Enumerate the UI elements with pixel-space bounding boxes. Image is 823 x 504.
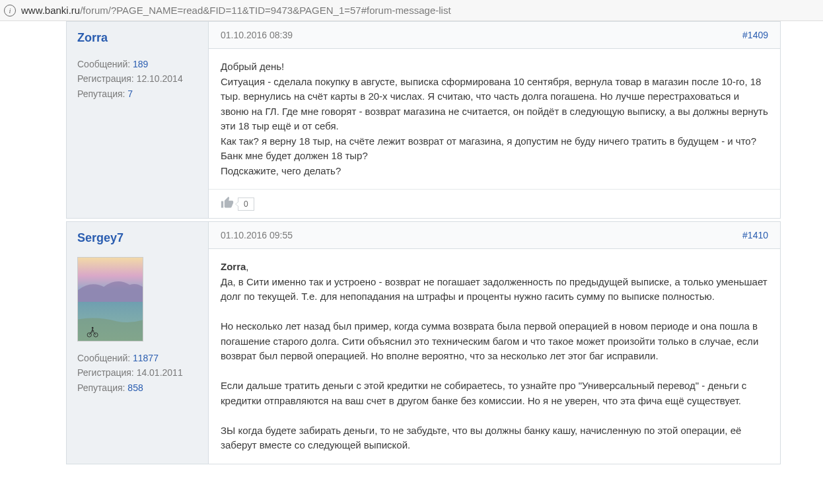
forum-post: Sergey7Сообщений: 11877Регистрация: 14.0… — [66, 221, 781, 464]
post-header: 01.10.2016 09:55#1410 — [209, 222, 780, 249]
post-main: 01.10.2016 08:39#1409Добрый день!Ситуаци… — [209, 22, 780, 218]
reputation-value[interactable]: 7 — [127, 89, 133, 99]
stat-registration: Регистрация: 12.10.2014 — [77, 71, 197, 86]
post-main: 01.10.2016 09:55#1410Zorra,Да, в Сити им… — [209, 222, 780, 464]
info-icon[interactable]: i — [4, 5, 16, 17]
url-path: /forum/?PAGE_NAME=read&FID=11&TID=9473&P… — [80, 5, 450, 16]
stat-reputation: Репутация: 858 — [77, 380, 197, 395]
url-display[interactable]: www.banki.ru/forum/?PAGE_NAME=read&FID=1… — [21, 5, 451, 16]
post-sidebar: ZorraСообщений: 189Регистрация: 12.10.20… — [67, 22, 209, 218]
like-count: 0 — [238, 198, 254, 211]
post-header: 01.10.2016 08:39#1409 — [209, 22, 780, 49]
svg-point-4 — [92, 327, 93, 328]
reputation-value[interactable]: 858 — [127, 382, 143, 393]
url-host: www.banki.ru — [21, 5, 80, 16]
messages-count[interactable]: 11877 — [133, 353, 159, 363]
post-date: 01.10.2016 08:39 — [221, 30, 293, 40]
avatar[interactable] — [77, 257, 143, 342]
stat-messages: Сообщений: 189 — [77, 57, 197, 71]
messages-count[interactable]: 189 — [133, 59, 148, 69]
like-button[interactable]: 0 — [221, 196, 254, 211]
stat-reputation: Репутация: 7 — [77, 87, 197, 101]
stat-registration: Регистрация: 14.01.2011 — [77, 365, 197, 380]
registration-date: 14.01.2011 — [137, 367, 183, 378]
forum-post: ZorraСообщений: 189Регистрация: 12.10.20… — [66, 21, 781, 219]
post-footer: 0 — [209, 189, 780, 218]
post-date: 01.10.2016 09:55 — [221, 230, 293, 240]
thumbs-up-icon — [221, 196, 234, 211]
post-body: Zorra,Да, в Сити именно так и устроено -… — [209, 249, 780, 464]
browser-address-bar: i www.banki.ru/forum/?PAGE_NAME=read&FID… — [0, 0, 823, 21]
post-number-link[interactable]: #1409 — [742, 30, 768, 40]
forum-message-list: ZorraСообщений: 189Регистрация: 12.10.20… — [66, 21, 781, 464]
post-body: Добрый день!Ситуация - сделала покупку в… — [209, 49, 780, 189]
author-link[interactable]: Sergey7 — [77, 231, 124, 245]
stat-messages: Сообщений: 11877 — [77, 351, 197, 365]
registration-date: 12.10.2014 — [137, 73, 183, 84]
post-number-link[interactable]: #1410 — [742, 230, 768, 240]
author-link[interactable]: Zorra — [77, 31, 108, 45]
page-content: ZorraСообщений: 189Регистрация: 12.10.20… — [0, 21, 823, 464]
post-sidebar: Sergey7Сообщений: 11877Регистрация: 14.0… — [67, 222, 209, 464]
